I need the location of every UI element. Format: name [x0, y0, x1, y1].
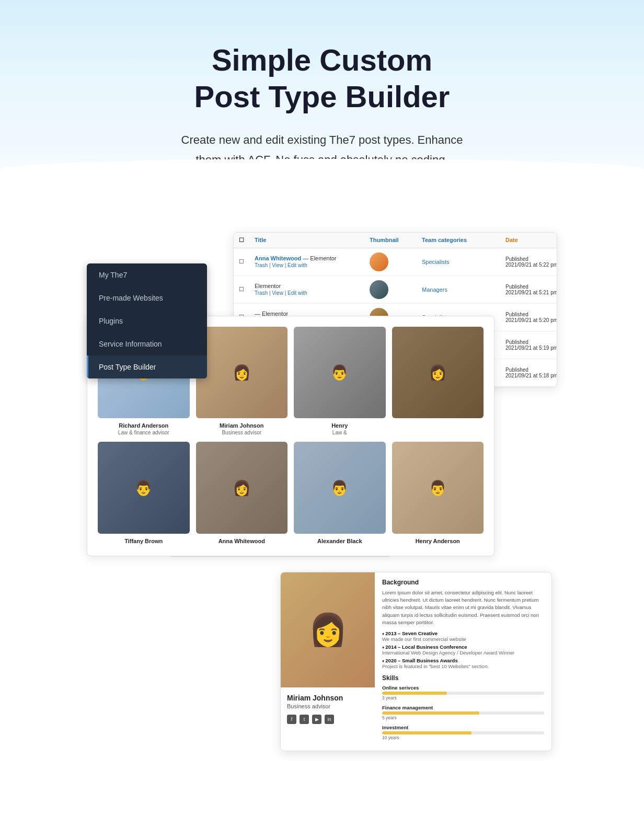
- bottom-screenshots: ☐ Alexander Black — Eleme... 👨 Richard A…: [87, 541, 547, 556]
- skill-item: Online serivces 3 years: [382, 685, 544, 700]
- hero-section: Simple Custom Post Type Builder Create n…: [0, 0, 644, 201]
- table-row: ☐ Anna Whitewood — Elementor Trash | Vie…: [234, 248, 557, 276]
- skill-item: Finance management 5 years: [382, 705, 544, 720]
- skills-section-title: Skills: [382, 674, 544, 682]
- hero-description: Create new and edit existing The7 post t…: [170, 130, 474, 169]
- team-member: 👩 Miriam Johnson Business advisor: [196, 327, 288, 436]
- sidebar-item-post-type-builder[interactable]: Post Type Builder: [87, 355, 207, 378]
- team-member: 👨 Henry Law &: [294, 327, 386, 436]
- skill-bar-bg: [382, 711, 544, 715]
- sidebar-item-plugins[interactable]: Plugins: [87, 309, 207, 332]
- team-photo: 👨: [294, 327, 386, 419]
- team-photo: 👩: [196, 442, 288, 534]
- row-title: Elementor Trash | View | Edit with: [255, 283, 370, 296]
- linkedin-icon[interactable]: in: [325, 715, 334, 724]
- row-title: Anna Whitewood — Elementor Trash | View …: [255, 255, 370, 268]
- screenshots-area: ☐ Title Thumbnail Team categories Date ☐…: [0, 201, 644, 598]
- bg-section-title: Background: [382, 579, 544, 586]
- col-date: Date: [505, 237, 557, 244]
- sidebar-item-service-information[interactable]: Service Information: [87, 332, 207, 355]
- team-member: 👨 Tiffany Brown: [98, 442, 190, 545]
- screenshots-wrapper: ☐ Title Thumbnail Team categories Date ☐…: [87, 232, 557, 556]
- skill-bar-bg: [382, 692, 544, 695]
- row-thumbnail: [370, 252, 388, 271]
- team-member: 👩: [392, 327, 484, 436]
- row-title-link[interactable]: Anna Whitewood: [255, 255, 301, 261]
- social-icons: f t ▶ in: [287, 715, 369, 724]
- row-actions: Trash | View | Edit with: [255, 290, 370, 296]
- sidebar-item-my-the7[interactable]: My The7: [87, 263, 207, 286]
- hero-title: Simple Custom Post Type Builder: [21, 42, 623, 114]
- profile-right: Background Lorem ipsum dolor sit amet, c…: [375, 572, 551, 751]
- team-photo: 👩: [196, 327, 288, 419]
- skill-bar-bg: [382, 731, 544, 734]
- team-member: 👩 Anna Whitewood: [196, 442, 288, 545]
- timeline-item: 2014 – Local Business Conference Interna…: [382, 644, 544, 656]
- table-row: ☐ Elementor Trash | View | Edit with Man…: [234, 276, 557, 304]
- team-member: 👨 Henry Anderson: [392, 442, 484, 545]
- col-thumbnail: Thumbnail: [370, 237, 422, 244]
- row-checkbox[interactable]: ☐: [239, 258, 255, 265]
- table-header: ☐ Title Thumbnail Team categories Date: [234, 233, 557, 248]
- profile-photo: 👩: [281, 572, 375, 687]
- twitter-icon[interactable]: t: [300, 715, 309, 724]
- profile-name: Miriam Johnson: [287, 694, 369, 702]
- youtube-icon[interactable]: ▶: [312, 715, 321, 724]
- timeline-item: 2020 – Small Business Awards Project is …: [382, 658, 544, 669]
- team-photo: 👨: [98, 442, 190, 534]
- skill-item: Investment 10 years: [382, 725, 544, 740]
- skill-bar-fill: [382, 692, 447, 695]
- skill-bar-fill: [382, 731, 472, 734]
- team-photo: 👩: [392, 327, 484, 419]
- team-photo: 👨: [392, 442, 484, 534]
- row-category[interactable]: Managers: [422, 286, 505, 293]
- profile-detail: 👩 Miriam Johnson Business advisor f t ▶ …: [280, 572, 552, 751]
- profile-info-left: Miriam Johnson Business advisor f t ▶ in: [281, 687, 375, 724]
- profile-bio: Lorem ipsum dolor sit amet, consectetur …: [382, 589, 544, 626]
- row-actions: Trash | View | Edit with: [255, 262, 370, 268]
- sidebar-item-premade[interactable]: Pre-made Websites: [87, 286, 207, 309]
- row-checkbox[interactable]: ☐: [239, 286, 255, 293]
- row-date: Published 2021/09/21 at 5:18 pm: [505, 367, 557, 378]
- row-category[interactable]: Specialists: [422, 259, 505, 265]
- col-categories: Team categories: [422, 237, 505, 244]
- row-date: Published 2021/09/21 at 5:21 pm: [505, 284, 557, 295]
- timeline-item: 2013 – Seven Creative We made our first …: [382, 630, 544, 642]
- team-member: 👨 Alexander Black: [294, 442, 386, 545]
- col-title: Title: [255, 237, 370, 244]
- team-photo: 👨: [294, 442, 386, 534]
- facebook-icon[interactable]: f: [287, 715, 296, 724]
- profile-left: 👩 Miriam Johnson Business advisor f t ▶ …: [281, 572, 375, 751]
- sidebar-menu: My The7 Pre-made Websites Plugins Servic…: [87, 263, 207, 378]
- skill-bar-fill: [382, 711, 479, 715]
- profile-role: Business advisor: [287, 703, 369, 709]
- row-date: Published 2021/09/21 at 5:20 pm: [505, 312, 557, 323]
- row-date: Published 2021/09/21 at 5:19 pm: [505, 339, 557, 351]
- row-date: Published 2021/09/21 at 5:22 pm: [505, 256, 557, 268]
- col-checkbox: ☐: [239, 237, 255, 244]
- row-thumbnail: [370, 280, 388, 299]
